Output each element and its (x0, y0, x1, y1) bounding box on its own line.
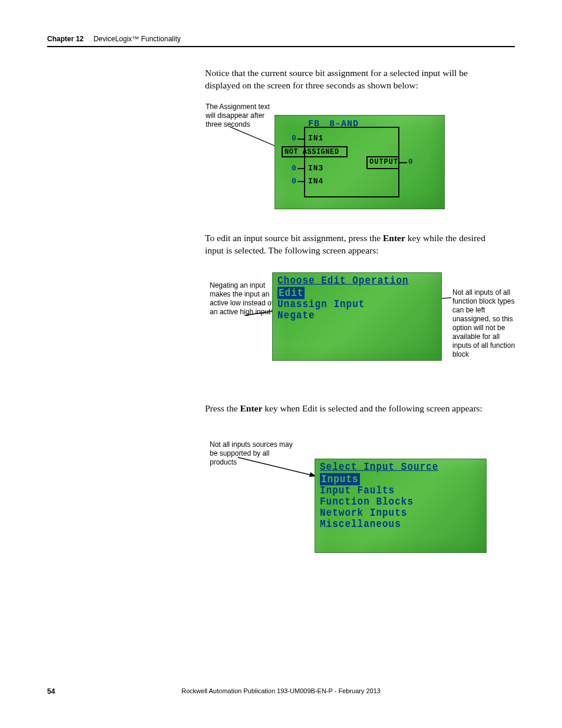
output-val: 0 (408, 157, 414, 166)
screen2-unassign: Unassign Input (277, 298, 409, 311)
fb-label: FB (308, 119, 320, 129)
in4-label: IN4 (308, 177, 323, 186)
in1-label: IN1 (308, 134, 323, 143)
paragraph-3: Press the Enter key when Edit is selecte… (205, 403, 511, 415)
lcd-screen-edit-operation: Choose Edit Operation Edit Unassign Inpu… (272, 272, 442, 361)
p3-part-c: key when Edit is selected and the follow… (262, 403, 482, 413)
publication-info: Rockwell Automation Publication 193-UM00… (47, 687, 515, 694)
in3-label: IN3 (308, 164, 323, 173)
paragraph-1: Notice that the current source bit assig… (205, 67, 500, 92)
page-footer: 54 Rockwell Automation Publication 193-U… (47, 687, 515, 696)
lcd-screen-function-block: FB 8-AND 0 IN1 NOT ASSIGNED 0 IN3 0 IN4 … (275, 115, 445, 209)
screen2-negate: Negate (277, 309, 409, 322)
callout-assignment-text: The Assignment text will disappear after… (206, 103, 270, 129)
header-rule (47, 46, 515, 47)
p2-part-a: To edit an input source bit assignment, … (205, 233, 383, 243)
screen3-inputs: Inputs (320, 473, 360, 486)
in1-val: 0 (292, 134, 297, 143)
chapter-label: Chapter 12 DeviceLogix™ Functionality (47, 35, 181, 43)
fb-type: 8-AND (329, 119, 359, 129)
chapter-number: Chapter 12 (47, 35, 84, 43)
callout-not-all-inputs: Not all inputs of all function block typ… (452, 288, 517, 359)
p2-enter: Enter (383, 233, 405, 243)
in3-val: 0 (292, 164, 297, 173)
page-header: Chapter 12 DeviceLogix™ Functionality (47, 33, 515, 52)
screen3-title: Select Input Source (320, 461, 438, 473)
chapter-title: DeviceLogix™ Functionality (94, 35, 181, 43)
in4-val: 0 (292, 177, 297, 186)
arrow-icon (238, 456, 322, 480)
screen2-edit: Edit (277, 287, 305, 299)
screen3-function-blocks: Function Blocks (320, 496, 438, 508)
not-assigned: NOT ASSIGNED (285, 148, 339, 156)
screen2-title: Choose Edit Operation (277, 275, 409, 287)
svg-line-13 (238, 457, 316, 476)
lcd-screen-input-source: Select Input Source Inputs Input Faults … (315, 459, 487, 553)
p3-enter: Enter (240, 403, 262, 413)
output-label: OUTPUT (369, 158, 398, 166)
screen3-input-faults: Input Faults (320, 485, 438, 497)
paragraph-2: To edit an input source bit assignment, … (205, 232, 505, 257)
screen3-network-inputs: Network Inputs (320, 507, 438, 519)
screen3-miscellaneous: Miscellaneous (320, 518, 438, 531)
p3-part-a: Press the (205, 403, 240, 413)
